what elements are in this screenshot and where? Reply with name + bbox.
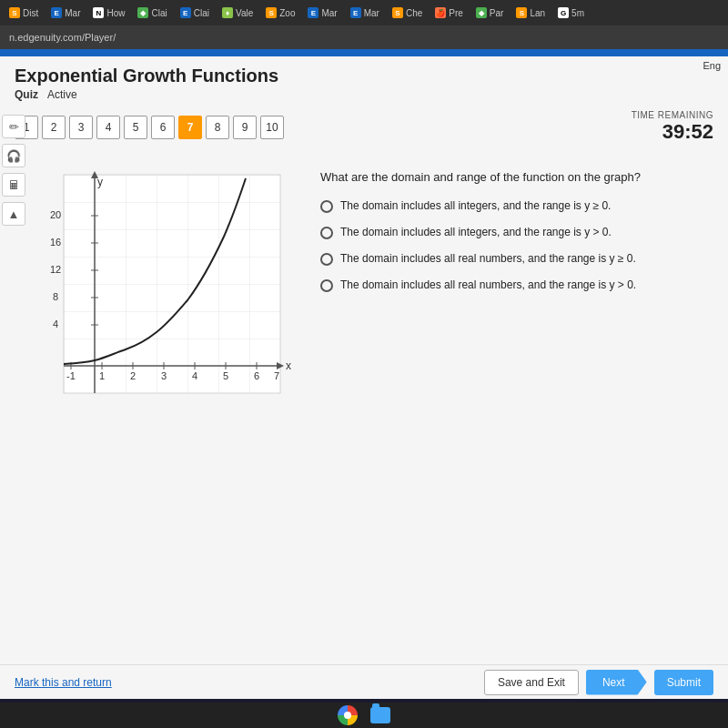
graph-container: 20 16 12 8 4 -1 1 2 3 4 5 6 7 [33,166,306,442]
active-label: Active [47,88,77,101]
headphone-icon[interactable]: 🎧 [2,144,25,167]
q-btn-9[interactable]: 9 [233,116,257,139]
main-content: Eng Exponential Growth Functions Quiz Ac… [0,56,728,699]
tab-che[interactable]: S Che [387,5,428,20]
x-label-3: 3 [161,370,167,381]
tab-mar1[interactable]: E Mar [46,5,86,20]
chrome-icon[interactable] [338,705,358,725]
tab-label: 5m [571,8,584,18]
x-label-neg1: -1 [66,370,76,381]
q-btn-10[interactable]: 10 [260,116,284,139]
tab-zoo[interactable]: S Zoo [260,5,300,20]
tab-icon-pr: 🍎 [435,7,446,18]
radio-c[interactable] [320,253,333,266]
tab-lan[interactable]: S Lan [511,5,551,20]
option-a[interactable]: The domain includes all integers, and th… [320,198,713,214]
y-label-20: 20 [50,209,61,220]
option-c[interactable]: The domain includes all real numbers, an… [320,251,713,267]
time-value: 39:52 [632,120,713,144]
tab-5m[interactable]: G 5m [552,5,590,20]
option-c-text: The domain includes all real numbers, an… [340,251,636,267]
address-bar[interactable]: n.edgenuity.com/Player/ [0,25,728,51]
x-axis-label: x [286,359,291,372]
tab-mar2[interactable]: E Mar [302,5,342,20]
tab-icon-b4: E [350,7,361,18]
tab-label: Lan [530,8,545,18]
option-a-text: The domain includes all integers, and th… [340,198,611,214]
left-sidebar: ✏ 🎧 🖩 ▲ [0,111,27,226]
x-label-6: 6 [254,370,259,381]
tab-icon-n: N [93,7,104,18]
radio-d[interactable] [320,279,333,292]
radio-b[interactable] [320,227,333,239]
folder-icon[interactable] [370,707,390,723]
tab-how[interactable]: N How [87,5,130,20]
tab-icon-s3: S [516,7,527,18]
tab-label: Clai [194,8,209,18]
tab-icon-v: ♦ [222,7,233,18]
option-b-text: The domain includes all integers, and th… [340,225,612,240]
tab-icon-g3: G [558,7,569,18]
question-area: What are the domain and range of the fun… [320,166,713,442]
q-btn-3[interactable]: 3 [69,116,93,139]
tab-icon-g2: ◆ [476,7,487,18]
pencil-icon[interactable]: ✏ [2,115,25,138]
q-btn-8[interactable]: 8 [206,116,229,139]
y-axis-label: y [97,176,103,188]
bottom-buttons: Save and Exit Next Submit [484,670,713,695]
y-label-12: 12 [50,264,61,275]
quiz-status: Quiz Active [15,88,713,101]
next-button[interactable]: Next [586,670,647,695]
tab-label: Zoo [279,8,295,18]
q-btn-2[interactable]: 2 [42,116,66,139]
tab-pre[interactable]: 🍎 Pre [430,5,469,20]
x-label-7: 7 [274,370,279,381]
tab-icon-b2: E [180,7,191,18]
tab-icon-g1: ◆ [137,7,148,18]
q-btn-5[interactable]: 5 [124,116,147,139]
time-remaining: TIME REMAINING 39:52 [632,110,713,144]
tab-label: Mar [364,8,379,18]
y-label-4: 4 [53,318,58,329]
tab-icon-b1: E [51,7,62,18]
x-label-1: 1 [99,370,105,381]
submit-button[interactable]: Submit [654,670,713,695]
tab-label: Mar [321,8,337,18]
tab-label: Par [490,8,504,18]
bottom-bar: Mark this and return Save and Exit Next … [0,664,728,699]
page-title: Exponential Growth Functions [15,66,713,86]
tab-par[interactable]: ◆ Par [470,5,510,20]
radio-a[interactable] [320,200,333,213]
q-btn-4[interactable]: 4 [96,116,120,139]
option-d-text: The domain includes all real numbers, an… [340,278,636,293]
tab-icon-s: S [9,7,20,18]
x-label-2: 2 [130,370,136,381]
q-btn-7[interactable]: 7 [178,116,202,139]
q-btn-6[interactable]: 6 [151,116,175,139]
option-b[interactable]: The domain includes all integers, and th… [320,225,713,240]
tab-label: Pre [449,8,463,18]
arrow-up-icon[interactable]: ▲ [2,202,25,226]
calculator-icon[interactable]: 🖩 [2,173,25,197]
tab-clai2[interactable]: E Clai [175,5,215,20]
tab-label: Clai [151,8,167,18]
tab-label: Che [406,8,422,18]
tab-icon-s2: S [266,7,277,18]
save-exit-button[interactable]: Save and Exit [484,670,579,695]
tab-mar3[interactable]: E Mar [345,5,385,20]
option-d[interactable]: The domain includes all real numbers, an… [320,278,713,293]
y-label-8: 8 [53,291,58,302]
address-text: n.edgenuity.com/Player/ [9,32,116,43]
tab-label: Vale [236,8,253,18]
tab-label: How [106,8,125,18]
tab-vale[interactable]: ♦ Vale [217,5,258,20]
tab-dist[interactable]: S Dist [4,5,44,20]
time-label: TIME REMAINING [632,110,713,120]
mark-return-link[interactable]: Mark this and return [15,676,112,689]
tab-icon-b3: E [308,7,318,18]
x-label-4: 4 [192,370,197,381]
tab-clai1[interactable]: ◆ Clai [132,5,172,20]
x-label-5: 5 [223,370,228,381]
y-label-16: 16 [50,237,61,248]
tab-label: Dist [23,8,38,18]
